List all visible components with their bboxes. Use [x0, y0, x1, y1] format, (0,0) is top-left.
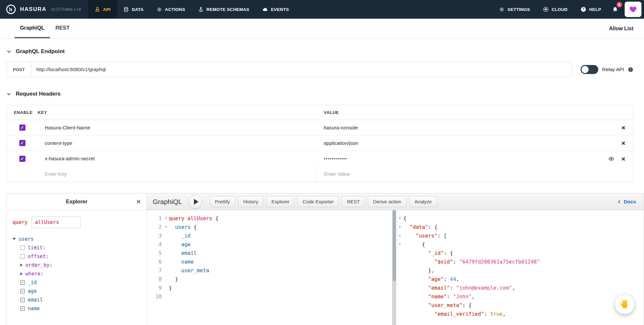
fold-icon[interactable]: ▾: [163, 223, 169, 231]
checkbox-unchecked-icon[interactable]: [20, 254, 25, 259]
docs-label: Docs: [624, 199, 636, 205]
explorer-node-order-by-[interactable]: order_by:: [20, 261, 141, 269]
toolbar-button-history[interactable]: History: [238, 196, 264, 207]
tab-graphiql[interactable]: GraphiQL: [14, 19, 50, 38]
query-editor[interactable]: 1▾query allUsers {2▾ users {3 _id4 age5 …: [147, 210, 396, 325]
toolbar-button-analyze[interactable]: Analyze: [409, 196, 437, 207]
header-enabled-checkbox[interactable]: ✓: [19, 125, 25, 131]
endpoint-url-input[interactable]: [31, 67, 572, 72]
line-number: 4: [147, 240, 163, 249]
checkbox-checked-icon[interactable]: ✓: [20, 280, 25, 285]
docs-link[interactable]: Docs: [617, 199, 638, 205]
toolbar-button-derive-action[interactable]: Derive action: [368, 196, 407, 207]
caret-right-icon[interactable]: [20, 272, 23, 275]
checkbox-checked-icon[interactable]: ✓: [20, 289, 25, 293]
header-enabled-checkbox[interactable]: ✓: [19, 140, 25, 146]
editor-scrollbar[interactable]: [392, 210, 396, 325]
response-viewer[interactable]: ▾{▾ "data": {▾ "users": [▾ { "_id": { "$…: [396, 210, 644, 325]
query-lines: 1▾query allUsers {2▾ users {3 _id4 age5 …: [147, 214, 396, 325]
info-icon[interactable]: [628, 67, 633, 72]
explorer-node-email[interactable]: ✓email: [20, 295, 141, 304]
toolbar-buttons: PrettifyHistoryExplorerCode ExporterREST…: [210, 196, 437, 207]
toolbar-button-rest[interactable]: REST: [342, 196, 365, 207]
scrollbar-thumb[interactable]: [393, 210, 396, 281]
relay-toggle[interactable]: [581, 65, 598, 74]
close-icon[interactable]: ×: [136, 197, 141, 206]
query-code: query allUsers {: [169, 214, 218, 223]
nav-item-api[interactable]: API: [88, 0, 117, 19]
graphiql-panel: Explorer × query userslimit:offset:order…: [6, 193, 644, 325]
explorer-node-users[interactable]: users: [13, 235, 141, 243]
chevron-down-icon[interactable]: [6, 92, 11, 97]
fold-icon[interactable]: ▾: [396, 240, 403, 249]
fold-icon[interactable]: ▾: [396, 214, 403, 223]
new-header-value-cell: [316, 166, 633, 182]
relay-label: Relay API: [602, 67, 624, 72]
explorer-node-offset-[interactable]: offset:: [20, 252, 141, 261]
hasura-logo-icon: [6, 4, 16, 14]
checkbox-checked-icon[interactable]: ✓: [20, 306, 25, 311]
explorer-node-name[interactable]: ✓name: [20, 304, 141, 313]
nav-item-help[interactable]: ?HELP: [574, 0, 608, 19]
line-number: 10: [147, 292, 163, 301]
chat-widget-button[interactable]: [615, 295, 634, 314]
whats-new-button[interactable]: [625, 2, 641, 17]
remove-header-icon[interactable]: ×: [621, 155, 625, 162]
explorer-node-limit-[interactable]: limit:: [20, 243, 141, 252]
nav-item-settings[interactable]: SETTINGS: [493, 0, 536, 19]
new-header-key-input[interactable]: [45, 171, 316, 177]
nav-item-remote-schemas[interactable]: REMOTE SCHEMAS: [192, 0, 256, 19]
caret-down-icon[interactable]: [13, 238, 16, 240]
checkbox-unchecked-icon[interactable]: [20, 246, 25, 250]
fold-icon: [396, 292, 403, 301]
version-label: v2.27.0-beta.1-ce: [51, 7, 81, 12]
response-code: "name": "John",: [403, 292, 475, 301]
header-key: x-hasura-admin-secret: [38, 156, 316, 162]
line-number: 5: [147, 249, 163, 257]
response-code: "email": "john@example.com",: [403, 283, 515, 292]
notifications-button[interactable]: 5: [608, 0, 623, 19]
header-enabled-checkbox[interactable]: ✓: [19, 156, 25, 162]
help-circle-icon: ?: [581, 6, 586, 12]
checkbox-checked-icon[interactable]: ✓: [20, 298, 25, 302]
allow-list-link[interactable]: Allow List: [609, 19, 633, 38]
column-header-enable: ENABLE: [7, 110, 38, 115]
nav-item-events[interactable]: EVENTS: [256, 0, 295, 19]
graphiql-main: GraphiQL PrettifyHistoryExplorerCode Exp…: [147, 193, 644, 325]
fold-icon[interactable]: ▾: [163, 214, 169, 223]
tab-rest[interactable]: REST: [50, 19, 75, 38]
remove-header-icon[interactable]: ×: [621, 124, 625, 131]
enable-cell: ✓: [7, 140, 38, 146]
new-header-row: [7, 166, 633, 182]
toolbar-button-prettify[interactable]: Prettify: [210, 196, 235, 207]
toolbar-button-code-exporter[interactable]: Code Exporter: [297, 196, 339, 207]
execute-query-button[interactable]: [188, 195, 202, 209]
eye-icon[interactable]: [608, 156, 614, 162]
explorer-node-age[interactable]: ✓age: [20, 287, 141, 295]
explorer-node--id[interactable]: ✓_id: [20, 278, 141, 287]
fold-icon: [163, 249, 169, 257]
nav-item-data[interactable]: DATA: [117, 0, 150, 19]
header-value: ••••••••••••: [324, 156, 601, 161]
headers-section-title-text: Request Headers: [16, 91, 61, 97]
brand[interactable]: HASURA v2.27.0-beta.1-ce: [0, 0, 88, 19]
fold-icon[interactable]: ▾: [396, 223, 403, 231]
query-name-input[interactable]: [32, 217, 81, 228]
fold-icon: [396, 275, 403, 283]
nav-item-label: REMOTE SCHEMAS: [207, 7, 249, 12]
column-header-value: VALUE: [316, 110, 633, 115]
nav-item-cloud[interactable]: CLOUD: [536, 0, 574, 19]
query-line: 3 _id: [147, 231, 396, 240]
toolbar-button-explorer[interactable]: Explorer: [266, 196, 294, 207]
new-header-value-input[interactable]: [324, 171, 625, 177]
chevron-left-icon: [617, 200, 621, 204]
remove-header-icon[interactable]: ×: [621, 140, 625, 146]
explorer-node-label: age: [28, 288, 37, 294]
nav-item-actions[interactable]: ACTIONS: [150, 0, 192, 19]
chevron-down-icon[interactable]: [6, 49, 11, 54]
heart-icon: [629, 5, 637, 14]
header-row: ✓content-typeapplication/json×: [7, 135, 633, 151]
caret-right-icon[interactable]: [20, 264, 23, 267]
fold-icon[interactable]: ▾: [396, 231, 403, 240]
explorer-node-where-[interactable]: where:: [20, 269, 141, 278]
